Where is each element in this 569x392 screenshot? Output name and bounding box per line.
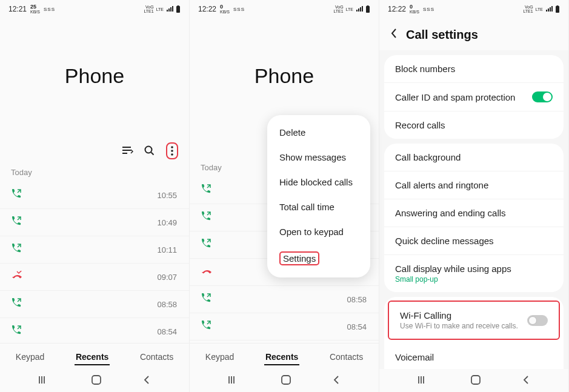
row-label: Call alerts and ringtone bbox=[395, 180, 488, 190]
row-quick-decline[interactable]: Quick decline messages bbox=[384, 227, 564, 255]
row-sublabel: Use Wi-Fi to make and receive calls. bbox=[400, 322, 518, 330]
status-right: VoGLTE1 LTE bbox=[523, 5, 560, 13]
signal-icon bbox=[166, 6, 173, 12]
row-sublabel: Small pop-up bbox=[395, 275, 511, 284]
tabbar: Keypad Recents Contacts bbox=[0, 343, 189, 369]
status-time: 12:22 bbox=[198, 5, 216, 13]
svg-rect-0 bbox=[176, 6, 180, 13]
nav-back-icon[interactable] bbox=[333, 375, 340, 385]
svg-rect-1 bbox=[178, 5, 179, 7]
call-list: 10:55 10:49 10:11 09:07 08:58 08:54 08:3… bbox=[0, 182, 189, 343]
status-kbps: 0KB/S bbox=[410, 4, 419, 14]
tab-keypad[interactable]: Keypad bbox=[204, 350, 235, 365]
search-icon[interactable] bbox=[144, 145, 155, 156]
nav-back-icon[interactable] bbox=[143, 375, 150, 385]
nav-recents-icon[interactable] bbox=[418, 376, 429, 384]
status-kbps: 25KB/S bbox=[30, 4, 40, 14]
screen-phone-menu-open: 12:22 0KB/S SSS VoGLTE1 LTE Phone Today bbox=[190, 0, 379, 392]
system-navbar bbox=[379, 369, 568, 392]
toolbar bbox=[0, 142, 189, 164]
nav-recents-icon[interactable] bbox=[39, 376, 50, 384]
svg-rect-12 bbox=[471, 376, 480, 384]
menu-hide-blocked[interactable]: Hide blocked calls bbox=[267, 170, 370, 194]
row-label: Quick decline messages bbox=[395, 236, 494, 246]
tab-contacts[interactable]: Contacts bbox=[139, 350, 175, 365]
call-time: 10:49 bbox=[157, 218, 177, 227]
row-label: Block numbers bbox=[395, 64, 455, 74]
row-label: Record calls bbox=[395, 120, 445, 130]
tab-keypad[interactable]: Keypad bbox=[15, 350, 45, 365]
battery-icon bbox=[555, 5, 560, 13]
call-row[interactable]: 10:11 bbox=[0, 236, 189, 264]
screen-phone-recents: 12:21 25KB/S SSS VoGLTE1 LTE Phone Today… bbox=[0, 0, 190, 392]
row-block-numbers[interactable]: Block numbers bbox=[384, 55, 564, 83]
settings-header: Call settings bbox=[379, 16, 568, 50]
tab-recents[interactable]: Recents bbox=[75, 350, 110, 365]
status-sss: SSS bbox=[423, 7, 434, 12]
nav-back-icon[interactable] bbox=[522, 375, 530, 385]
row-answering-ending[interactable]: Answering and ending calls bbox=[384, 199, 564, 227]
call-row[interactable]: 08:58 bbox=[190, 286, 379, 313]
more-menu-button-highlighted[interactable] bbox=[166, 142, 178, 159]
row-record-calls[interactable]: Record calls bbox=[384, 111, 564, 139]
svg-point-3 bbox=[171, 146, 173, 148]
menu-settings-highlighted[interactable]: Settings bbox=[267, 244, 370, 273]
system-navbar bbox=[190, 369, 379, 392]
row-voicemail[interactable]: Voicemail bbox=[384, 344, 564, 369]
status-right: VoGLTE1 LTE bbox=[144, 5, 181, 13]
nav-home-icon[interactable] bbox=[281, 375, 291, 385]
call-time: 09:07 bbox=[157, 273, 177, 282]
settings-body[interactable]: Block numbers Caller ID and spam protect… bbox=[379, 50, 568, 369]
row-alerts-ringtone[interactable]: Call alerts and ringtone bbox=[384, 171, 564, 199]
outgoing-call-icon bbox=[202, 321, 214, 333]
call-row[interactable]: 10:49 bbox=[0, 209, 189, 236]
outgoing-call-icon bbox=[202, 239, 214, 251]
status-time: 12:21 bbox=[8, 5, 27, 13]
toggle-wifi-calling[interactable] bbox=[527, 315, 548, 326]
svg-point-2 bbox=[145, 147, 152, 153]
back-icon[interactable] bbox=[390, 28, 398, 42]
call-row[interactable]: 08:54 bbox=[190, 313, 379, 341]
row-label: Voicemail bbox=[395, 352, 434, 362]
screen-call-settings: 12:22 0KB/S SSS VoGLTE1 LTE Call setting… bbox=[379, 0, 569, 392]
status-sss: SSS bbox=[233, 7, 245, 12]
toggle-caller-id[interactable] bbox=[532, 91, 553, 102]
filter-icon[interactable] bbox=[122, 147, 133, 155]
nav-home-icon[interactable] bbox=[471, 375, 481, 385]
call-row[interactable]: 08:58 bbox=[0, 291, 189, 318]
nav-recents-icon[interactable] bbox=[228, 376, 239, 384]
row-caller-id[interactable]: Caller ID and spam protection bbox=[384, 83, 564, 111]
call-row[interactable]: 10:55 bbox=[0, 182, 189, 209]
row-label: Wi-Fi Calling bbox=[400, 310, 518, 321]
call-row[interactable]: 09:07 bbox=[0, 264, 189, 291]
outgoing-call-icon bbox=[12, 325, 24, 337]
menu-total-call-time[interactable]: Total call time bbox=[267, 194, 370, 219]
tab-contacts[interactable]: Contacts bbox=[328, 350, 364, 365]
battery-icon bbox=[365, 5, 370, 13]
row-wifi-calling[interactable]: Wi-Fi Calling Use Wi-Fi to make and rece… bbox=[389, 302, 559, 339]
menu-delete[interactable]: Delete bbox=[267, 120, 370, 145]
call-row[interactable]: 08:54 bbox=[0, 318, 189, 343]
call-time: 08:58 bbox=[347, 295, 367, 304]
row-label: Call display while using apps bbox=[395, 264, 511, 274]
call-time: 08:54 bbox=[157, 327, 177, 336]
missed-call-icon bbox=[202, 266, 214, 278]
svg-rect-11 bbox=[557, 5, 559, 7]
row-call-background[interactable]: Call background bbox=[384, 144, 564, 171]
overflow-menu: Delete Show messages Hide blocked calls … bbox=[267, 115, 370, 277]
system-navbar bbox=[0, 369, 189, 392]
settings-group-2: Call background Call alerts and ringtone… bbox=[384, 144, 564, 292]
menu-open-to-keypad[interactable]: Open to keypad bbox=[267, 219, 370, 244]
call-time: 08:54 bbox=[347, 322, 367, 331]
tab-recents[interactable]: Recents bbox=[264, 350, 299, 365]
nav-home-icon[interactable] bbox=[92, 375, 101, 385]
settings-group-1: Block numbers Caller ID and spam protect… bbox=[384, 55, 564, 139]
row-call-display[interactable]: Call display while using apps Small pop-… bbox=[384, 255, 564, 292]
page-title: Phone bbox=[0, 64, 189, 88]
svg-rect-9 bbox=[282, 376, 290, 384]
row-wifi-calling-highlighted: Wi-Fi Calling Use Wi-Fi to make and rece… bbox=[388, 301, 560, 340]
svg-rect-7 bbox=[366, 6, 370, 13]
settings-group-3: Wi-Fi Calling Use Wi-Fi to make and rece… bbox=[384, 297, 564, 369]
tabbar: Keypad Recents Contacts bbox=[190, 343, 379, 369]
menu-show-messages[interactable]: Show messages bbox=[267, 145, 370, 170]
